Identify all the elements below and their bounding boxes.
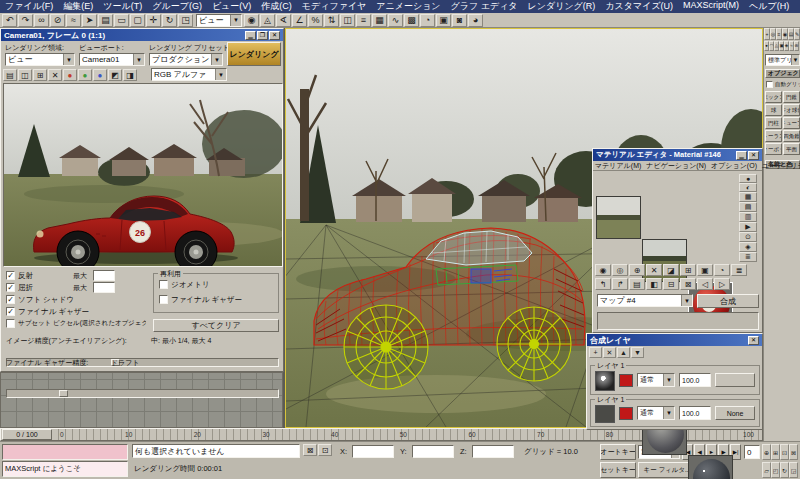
clear-all-button[interactable]: すべてクリア <box>153 319 279 332</box>
fg-precision-slider[interactable] <box>6 389 279 398</box>
select-object-icon[interactable]: ➤ <box>82 14 97 27</box>
viewport-nav-icon[interactable]: ◰ <box>771 462 780 478</box>
abs-relative-icon[interactable]: ⊡ <box>318 444 332 456</box>
make-unique-icon[interactable]: ◪ <box>663 264 679 276</box>
material-editor-icon[interactable]: ◔ <box>420 14 435 27</box>
primitive-button[interactable]: チューブ <box>783 117 800 129</box>
options-icon[interactable]: ⊙ <box>739 232 757 242</box>
primitive-button[interactable]: 四角錐 <box>783 130 800 142</box>
options2-icon[interactable]: ⊟ <box>663 278 679 290</box>
composite-titlebar[interactable]: 合成レイヤ ✕ <box>587 334 762 346</box>
curve-editor-icon[interactable]: ∿ <box>388 14 403 27</box>
menu-item[interactable]: レンダリング(R) <box>523 0 601 13</box>
sample-uv-icon[interactable]: ▤ <box>629 278 645 290</box>
refraction-checkbox[interactable]: ✓ <box>6 283 15 292</box>
video-color-check-icon[interactable]: ▥ <box>739 212 757 222</box>
material-slot-background[interactable] <box>596 196 641 239</box>
material-editor-titlebar[interactable]: マテリアル エディタ - Material #146 ▁ ✕ <box>593 149 762 161</box>
render-area-dropdown[interactable]: ビュー ▼ <box>5 53 75 66</box>
material-slot-noise[interactable] <box>688 455 733 479</box>
render-viewport-dropdown[interactable]: Camera01 ▼ <box>79 53 145 66</box>
y-coord-field[interactable] <box>412 445 454 458</box>
reset-map-icon[interactable]: ✕ <box>646 264 662 276</box>
render-setup-icon[interactable]: ▣ <box>436 14 451 27</box>
primitive-button[interactable]: 球 <box>765 104 782 116</box>
sample-type-icon[interactable]: ● <box>739 174 757 183</box>
minimize-icon[interactable]: ▁ <box>736 151 747 160</box>
layer-map-button[interactable]: None <box>715 406 755 420</box>
z-coord-field[interactable] <box>472 445 514 458</box>
layer-color-swatch[interactable] <box>619 374 633 387</box>
use-pivot-icon[interactable]: ◉ <box>244 14 259 27</box>
channel-red-icon[interactable]: ● <box>63 69 77 81</box>
render-button[interactable]: レンダリング <box>227 42 281 66</box>
backlight-icon[interactable]: ◐ <box>739 183 757 192</box>
menu-item[interactable]: グラフ エディタ <box>446 0 523 13</box>
spinner-snap-icon[interactable]: ⇅ <box>324 14 339 27</box>
layer-opacity-field[interactable]: 100.0 <box>679 406 711 420</box>
primitive-button[interactable]: トーラス <box>765 130 782 142</box>
put-material-icon[interactable]: ◎ <box>612 264 628 276</box>
menu-item[interactable]: ユーティリティ(U) <box>762 161 800 171</box>
menu-item[interactable]: ヘルプ(H) <box>744 0 794 13</box>
select-manipulate-icon[interactable]: ◬ <box>260 14 275 27</box>
pick-material-icon[interactable]: ◧ <box>646 278 662 290</box>
primitive-button[interactable]: 円錐 <box>783 91 800 103</box>
select-rotate-icon[interactable]: ↻ <box>162 14 177 27</box>
final-gather-checkbox[interactable]: ✓ <box>6 307 15 316</box>
make-preview-icon[interactable]: ▶ <box>739 222 757 232</box>
select-link-icon[interactable]: ∞ <box>34 14 49 27</box>
bind-spacewarp-icon[interactable]: ≈ <box>66 14 81 27</box>
reuse-geometry-checkbox[interactable] <box>159 280 168 289</box>
setkey-button[interactable]: セットキー <box>600 462 636 478</box>
primitive-button[interactable]: ティーポット <box>765 143 782 155</box>
layer-thumbnail[interactable] <box>595 405 615 423</box>
go-to-parent-icon[interactable]: ↰ <box>595 278 611 290</box>
current-time-field[interactable]: 0 <box>744 445 760 459</box>
primitive-button[interactable]: ボックス <box>765 91 782 103</box>
select-region-icon[interactable]: ▭ <box>114 14 129 27</box>
clear-image-icon[interactable]: ✕ <box>48 69 62 81</box>
menu-item[interactable]: 作成(C) <box>256 0 297 13</box>
menu-item[interactable]: ナビゲーション(N) <box>646 161 706 171</box>
render-preset-dropdown[interactable]: プロダクション ▼ <box>149 53 223 66</box>
layer-blend-dropdown[interactable]: 通常 ▼ <box>637 406 675 420</box>
material-map-navigator-icon[interactable]: ≣ <box>739 252 757 262</box>
menu-item[interactable]: グループ(G) <box>147 0 207 13</box>
reference-coordinate-dropdown[interactable]: ビュー ▼ <box>196 14 242 27</box>
primitive-button[interactable]: 円柱 <box>765 117 782 129</box>
close-icon[interactable]: ✕ <box>748 336 759 345</box>
print-image-icon[interactable]: ⊞ <box>33 69 47 81</box>
autogrid-checkbox[interactable] <box>766 81 773 88</box>
go-to-sibling-icon[interactable]: ↱ <box>612 278 628 290</box>
prev-slot-icon[interactable]: ◁ <box>697 278 713 290</box>
object-type-rollout[interactable]: オブジェクト タイプ <box>765 69 800 78</box>
select-by-material-icon[interactable]: ◈ <box>739 242 757 252</box>
viewport-nav-icon[interactable]: ▱ <box>762 462 771 478</box>
sample-tiling-icon[interactable]: ▤ <box>739 202 757 212</box>
crossing-select-icon[interactable]: ▢ <box>130 14 145 27</box>
add-layer-icon[interactable]: + <box>589 347 602 358</box>
time-slider-handle[interactable]: 0 / 100 <box>2 429 52 440</box>
menu-item[interactable]: アニメーション <box>371 0 445 13</box>
top-viewport[interactable] <box>0 372 283 428</box>
get-material-icon[interactable]: ◉ <box>595 264 611 276</box>
layer-blend-dropdown[interactable]: 通常 ▼ <box>637 373 675 387</box>
autokey-button[interactable]: オートキー <box>600 444 636 460</box>
utilities-tab-icon[interactable]: ✎ <box>794 28 800 40</box>
subset-pixel-checkbox[interactable] <box>6 319 15 328</box>
minimize-icon[interactable]: ▁ <box>245 31 256 40</box>
material-id-icon[interactable]: ▣ <box>697 264 713 276</box>
layer-opacity-field[interactable]: 100.0 <box>679 373 711 387</box>
quick-render-icon[interactable]: ◕ <box>468 14 483 27</box>
viewport-nav-icon[interactable]: ⊡ <box>780 444 789 460</box>
next-slot-icon[interactable]: ▷ <box>714 278 730 290</box>
channel-alpha-icon[interactable]: ◩ <box>108 69 122 81</box>
layer-map-button[interactable] <box>715 373 755 387</box>
refraction-max-field[interactable] <box>93 282 115 293</box>
viewport-nav-icon[interactable]: ⊕ <box>762 444 771 460</box>
primitive-button[interactable]: ジオ球体 <box>783 104 800 116</box>
menu-item[interactable]: モディファイヤ <box>297 0 371 13</box>
viewport-nav-icon[interactable]: ↻ <box>780 462 789 478</box>
menu-item[interactable]: 編集(E) <box>58 0 98 13</box>
